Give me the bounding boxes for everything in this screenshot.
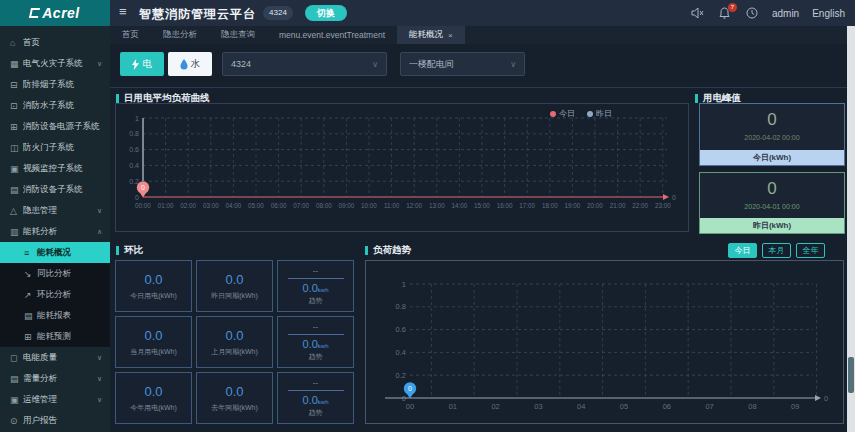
tab-能耗概况[interactable]: 能耗概况× [397, 26, 465, 44]
trend-label: 趋势 [309, 352, 323, 362]
sidebar-item-label: 消防水子系统 [23, 100, 102, 112]
load-curve-chart: 10.80.60.40.2000:0001:0002:0003:0004:000… [115, 103, 689, 232]
sidebar-subitem-同比分析[interactable]: ↘同比分析 [0, 263, 110, 284]
svg-text:14:00: 14:00 [452, 202, 468, 209]
svg-text:09: 09 [791, 402, 799, 411]
trend-unit: kwh [318, 287, 329, 293]
room-select-value: 一楼配电间 [409, 58, 502, 71]
power-quality-icon: ◻ [10, 353, 23, 363]
chevron-down-icon: ∨ [372, 60, 378, 69]
scrollbar-thumb[interactable] [848, 357, 854, 393]
sidebar-subitem-能耗报表[interactable]: ▤能耗报表 [0, 305, 110, 326]
svg-text:15:00: 15:00 [474, 202, 490, 209]
stat-card: 0.0昨日同期(kWh) [196, 260, 273, 312]
clock-icon[interactable] [745, 6, 759, 20]
sidebar-item-消防设备电源子系统[interactable]: ⊞消防设备电源子系统 [0, 116, 110, 137]
peak-card-today: 0 2020-04-02 00:00 今日(kWh) [699, 103, 845, 166]
speaker-icon[interactable] [691, 6, 705, 20]
svg-text:01: 01 [449, 402, 457, 411]
tab-menu.event.eventTreatment[interactable]: menu.event.eventTreatment [267, 26, 397, 44]
hazard-manage-icon: △ [10, 206, 23, 216]
load-trend-chart: 10.80.60.40.200001020304050607080900 [365, 260, 844, 424]
sidebar-item-电气火灾子系统[interactable]: ▦电气火灾子系统∨ [0, 53, 110, 74]
electric-toggle-button[interactable]: 电 [120, 52, 164, 76]
tab-close-icon[interactable]: × [448, 31, 453, 40]
menu-collapse-icon[interactable]: ≡ [119, 4, 127, 19]
range-button-全年[interactable]: 全年 [796, 243, 825, 258]
svg-text:0.8: 0.8 [129, 130, 139, 137]
switch-button[interactable]: 切换 [305, 5, 347, 21]
water-toggle-label: 水 [191, 58, 201, 71]
chevron-down-icon: ∨ [97, 375, 102, 383]
sidebar-item-label: 首页 [23, 37, 102, 49]
sidebar-item-能耗分析[interactable]: ▥能耗分析∧ [0, 221, 110, 242]
sidebar-subitem-能耗概况[interactable]: ≡能耗概况 [0, 242, 110, 263]
electric-toggle-label: 电 [142, 58, 152, 71]
svg-text:0.4: 0.4 [129, 162, 139, 169]
trend-card: --0.0kwh趋势 [277, 316, 354, 368]
main-content: 首页隐患分析隐患查询menu.event.eventTreatment能耗概况×… [110, 26, 855, 432]
tab-bar: 首页隐患分析隐患查询menu.event.eventTreatment能耗概况× [110, 26, 855, 44]
building-select[interactable]: 4324 ∨ [222, 52, 387, 76]
sidebar-item-用户报告[interactable]: ⊙用户报告 [0, 410, 110, 431]
scrollbar-track[interactable] [847, 26, 855, 432]
language-switch[interactable]: English [812, 8, 845, 19]
svg-text:0: 0 [408, 385, 412, 392]
stat-label: 今日用电(kWh) [130, 291, 177, 301]
svg-text:08: 08 [748, 402, 756, 411]
svg-text:09:00: 09:00 [339, 202, 355, 209]
svg-text:04: 04 [577, 402, 585, 411]
user-menu[interactable]: admin [772, 8, 799, 19]
sidebar-item-需量分析[interactable]: ▤需量分析∨ [0, 368, 110, 389]
trend-label: 趋势 [309, 408, 323, 418]
sidebar-item-运维管理[interactable]: ▣运维管理∨ [0, 389, 110, 410]
lightning-icon [132, 59, 139, 70]
trend-divider [288, 278, 344, 279]
svg-text:17:00: 17:00 [519, 202, 535, 209]
tab-隐患查询[interactable]: 隐患查询 [209, 26, 267, 44]
svg-text:08:00: 08:00 [316, 202, 332, 209]
sidebar-item-label: 视频监控子系统 [23, 163, 102, 175]
sidebar-item-隐患管理[interactable]: △隐患管理∨ [0, 200, 110, 221]
sidebar-subitem-环比分析[interactable]: ↗环比分析 [0, 284, 110, 305]
sidebar-item-防排烟子系统[interactable]: ⊟防排烟子系统 [0, 74, 110, 95]
stat-card: 0.0当月用电(kWh) [115, 316, 192, 368]
sidebar-main-menu: ⌂首页▦电气火灾子系统∨⊟防排烟子系统⊡消防水子系统⊞消防设备电源子系统◫防火门… [0, 32, 110, 242]
sidebar-item-label: 消防设备子系统 [23, 184, 102, 196]
tab-label: 隐患分析 [163, 29, 197, 41]
trend-placeholder: -- [313, 378, 318, 387]
sidebar-item-电能质量[interactable]: ◻电能质量∨ [0, 347, 110, 368]
bell-icon[interactable]: 7 [718, 6, 732, 20]
room-select[interactable]: 一楼配电间 ∨ [400, 52, 525, 76]
acrel-logo-icon [29, 8, 40, 18]
svg-text:07: 07 [705, 402, 713, 411]
sidebar-item-label: 需量分析 [23, 373, 97, 385]
range-button-今日[interactable]: 今日 [728, 243, 757, 258]
sidebar-item-消防水子系统[interactable]: ⊡消防水子系统 [0, 95, 110, 116]
sidebar-item-首页[interactable]: ⌂首页 [0, 32, 110, 53]
trend-placeholder: -- [313, 322, 318, 331]
notification-badge: 7 [728, 3, 737, 12]
trend-unit: kwh [318, 399, 329, 405]
svg-text:1: 1 [402, 280, 406, 289]
stat-value: 0.0 [225, 328, 243, 343]
tab-首页[interactable]: 首页 [110, 26, 151, 44]
range-button-本月[interactable]: 本月 [762, 243, 791, 258]
tab-隐患分析[interactable]: 隐患分析 [151, 26, 209, 44]
sidebar-item-消防设备子系统[interactable]: ▤消防设备子系统 [0, 179, 110, 200]
project-badge: 4324 [263, 6, 293, 20]
stat-value: 0.0 [225, 272, 243, 287]
sidebar-item-label: 运维管理 [23, 394, 97, 406]
sidebar-item-视频监控子系统[interactable]: ▣视频监控子系统 [0, 158, 110, 179]
sidebar-item-label: 电气火灾子系统 [23, 58, 97, 70]
sidebar-item-防火门子系统[interactable]: ◫防火门子系统 [0, 137, 110, 158]
fire-equipment-icon: ▤ [10, 185, 23, 195]
trend-label: 趋势 [309, 296, 323, 306]
stat-card: 0.0上月同期(kWh) [196, 316, 273, 368]
sidebar-item-label: 用户报告 [23, 415, 102, 427]
sidebar-subitem-能耗预测[interactable]: ⊞能耗预测 [0, 326, 110, 347]
svg-text:03: 03 [534, 402, 542, 411]
svg-text:03:00: 03:00 [203, 202, 219, 209]
water-toggle-button[interactable]: 水 [168, 52, 212, 76]
header-bar: Acrel ≡ 智慧消防管理云平台 4324 切换 7 admin Englis… [0, 0, 855, 26]
